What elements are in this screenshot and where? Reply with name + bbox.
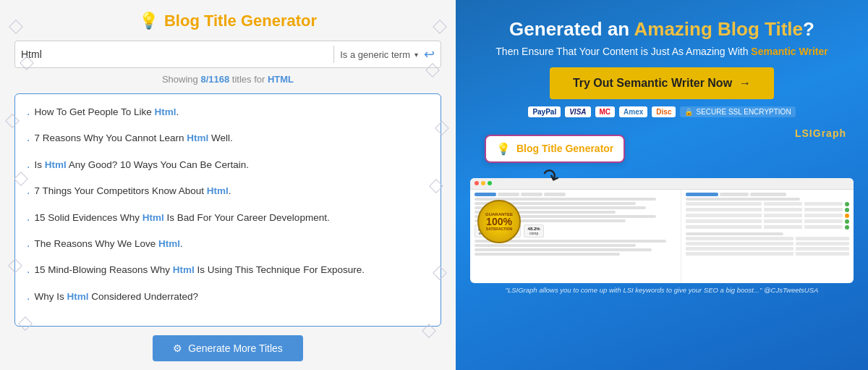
bullet: · — [27, 264, 30, 280]
discover-badge: Disc — [652, 106, 676, 117]
list-item: · 15 Solid Evidences Why Html Is Bad For… — [27, 207, 429, 233]
title-text: The Reasons Why We Love Html. — [34, 238, 182, 249]
bullet: · — [27, 291, 30, 307]
badge-label: Blog Title Generator — [516, 143, 613, 154]
header-icon: 💡 — [139, 12, 158, 30]
screenshot-mockup: 200,000searches $17.20CPC 48.2%comp — [470, 178, 854, 283]
bullet: · — [27, 106, 30, 122]
cta-arrow-icon: → — [739, 77, 751, 90]
title-text: 15 Mind-Blowing Reasons Why Html Is Usin… — [34, 264, 364, 275]
app-title: Blog Title Generator — [164, 12, 317, 30]
list-item: · How To Get People To Like Html. — [27, 101, 429, 127]
cta-label: Try Out Semantic Writer Now — [573, 77, 732, 90]
left-panel: 💡 Blog Title Generator Is a generic term… — [0, 0, 456, 370]
amex-badge: Amex — [619, 106, 647, 117]
minimize-dot — [481, 181, 485, 185]
titles-list: · How To Get People To Like Html. · 7 Re… — [14, 93, 441, 327]
title-text: 7 Things Your Competitors Know About Htm… — [34, 185, 231, 196]
title-text: Is Html Any Good? 10 Ways You Can Be Cer… — [34, 159, 249, 170]
visa-badge: VISA — [565, 106, 590, 117]
title-text: Why Is Html Considered Underrated? — [34, 291, 198, 302]
satisfaction-badge: GUARANTEE 100% SATISFACTION — [477, 200, 521, 243]
satisfaction-percent: 100% — [486, 216, 512, 227]
expand-dot — [488, 181, 492, 185]
list-item: · 15 Mind-Blowing Reasons Why Html Is Us… — [27, 259, 429, 285]
search-submit-button[interactable]: ↩ — [424, 46, 435, 62]
bullet: · — [27, 212, 30, 228]
satisfaction-label: SATISFACTION — [486, 227, 512, 231]
close-dot — [475, 181, 479, 185]
list-item: · 7 Things Your Competitors Know About H… — [27, 180, 429, 206]
lsigraph-label: LSIGraph — [795, 127, 846, 139]
title-text: How To Get People To Like Html. — [34, 106, 179, 117]
search-divider — [333, 46, 334, 63]
diamond-shape — [433, 20, 447, 34]
generate-icon: ⚙ — [173, 342, 182, 354]
right-panel: Generated an Amazing Blog Title? Then En… — [456, 0, 868, 370]
title-text: 15 Solid Evidences Why Html Is Bad For Y… — [34, 212, 329, 223]
secure-text: SECURE SSL ENCRYPTION — [696, 108, 791, 116]
bottom-quote: "LSIGraph allows you to come up with LSI… — [506, 286, 819, 294]
satisfaction-circle: GUARANTEE 100% SATISFACTION — [477, 200, 521, 243]
list-item: · 7 Reasons Why You Cannot Learn Html We… — [27, 127, 429, 154]
list-item: · Is Html Any Good? 10 Ways You Can Be C… — [27, 154, 429, 180]
app-header: 💡 Blog Title Generator — [139, 12, 317, 30]
mockup-right-pane — [681, 190, 854, 283]
list-item: · Why Is Html Considered Underrated? — [27, 286, 429, 312]
diamond-shape — [9, 20, 23, 34]
bullet: · — [27, 185, 30, 201]
search-bar: Is a generic term ▾ ↩ — [14, 41, 441, 68]
dropdown-label: Is a generic term — [340, 49, 410, 60]
generate-more-button[interactable]: ⚙ Generate More Titles — [153, 335, 303, 361]
list-item: · The Reasons Why We Love Html. — [27, 233, 429, 259]
bullet: · — [27, 238, 30, 254]
mockup-content: 200,000searches $17.20CPC 48.2%comp — [470, 190, 854, 283]
chevron-down-icon: ▾ — [414, 51, 418, 59]
generate-label: Generate More Titles — [188, 342, 283, 354]
mastercard-badge: MC — [595, 106, 616, 117]
dropdown-selector[interactable]: Is a generic term ▾ — [340, 49, 418, 60]
bullet: · — [27, 159, 30, 175]
payment-methods: PayPal VISA MC Amex Disc 🔒 SECURE SSL EN… — [528, 106, 795, 117]
badge-icon: 💡 — [496, 142, 511, 156]
mockup-toolbar — [470, 178, 854, 190]
title-text: 7 Reasons Why You Cannot Learn Html Well… — [34, 133, 232, 143]
secure-badge: 🔒 SECURE SSL ENCRYPTION — [680, 106, 795, 117]
right-headline: Generated an Amazing Blog Title? — [509, 17, 814, 41]
results-count: Showing 8/1168 titles for HTML — [162, 74, 294, 85]
blog-title-badge: 💡 Blog Title Generator — [485, 135, 625, 163]
bullet: · — [27, 133, 30, 148]
paypal-badge: PayPal — [528, 106, 561, 117]
right-subtext: Then Ensure That Your Content is Just As… — [495, 46, 827, 57]
mockup-area: LSIGraph 💡 Blog Title Generator ↷ — [470, 127, 854, 283]
cta-button[interactable]: Try Out Semantic Writer Now → — [550, 67, 774, 99]
search-input[interactable] — [21, 49, 328, 60]
lock-icon: 🔒 — [684, 108, 693, 116]
